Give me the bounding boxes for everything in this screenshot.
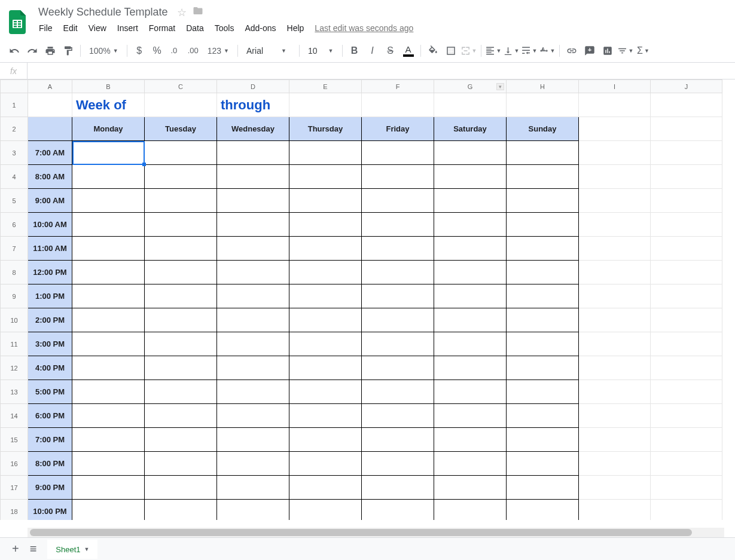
cell-G3[interactable] <box>434 141 507 165</box>
merge-cells-button[interactable]: ▼ <box>460 42 477 59</box>
cell-G18[interactable] <box>434 500 507 521</box>
cell-B13[interactable] <box>72 380 145 404</box>
cell-I2[interactable] <box>579 117 651 141</box>
cell-G10[interactable] <box>434 308 507 332</box>
cell-A16[interactable]: 8:00 PM <box>28 452 72 476</box>
format-percent-button[interactable]: % <box>149 42 166 59</box>
cell-E8[interactable] <box>289 261 362 284</box>
cell-J3[interactable] <box>651 141 722 165</box>
cell-H9[interactable] <box>507 284 579 308</box>
cell-H12[interactable] <box>507 356 579 380</box>
move-folder-icon[interactable] <box>193 5 203 19</box>
cell-B8[interactable] <box>72 261 145 284</box>
cell-C10[interactable] <box>145 308 217 332</box>
cell-I6[interactable] <box>579 213 651 237</box>
col-header-G[interactable]: G <box>434 80 507 93</box>
cell-A3[interactable]: 7:00 AM <box>28 141 72 165</box>
cell-C8[interactable] <box>145 261 217 284</box>
borders-button[interactable] <box>443 42 459 59</box>
cell-E9[interactable] <box>289 284 362 308</box>
cell-F7[interactable] <box>362 237 434 261</box>
paint-format-button[interactable] <box>60 42 77 59</box>
cell-C18[interactable] <box>145 500 217 521</box>
row-header-16[interactable]: 16 <box>1 452 28 476</box>
cell-B7[interactable] <box>72 237 145 261</box>
cell-B6[interactable] <box>72 213 145 237</box>
cell-C16[interactable] <box>145 452 217 476</box>
redo-button[interactable] <box>24 42 41 59</box>
cell-I1[interactable] <box>579 93 651 117</box>
row-header-1[interactable]: 1 <box>1 93 28 117</box>
cell-F18[interactable] <box>362 500 434 521</box>
cell-H2[interactable]: Sunday <box>507 117 579 141</box>
cell-E2[interactable]: Thursday <box>289 117 362 141</box>
cell-D1[interactable]: through <box>217 93 289 117</box>
cell-F17[interactable] <box>362 476 434 500</box>
row-header-3[interactable]: 3 <box>1 141 28 165</box>
cell-F16[interactable] <box>362 452 434 476</box>
cell-I14[interactable] <box>579 404 651 428</box>
cell-F11[interactable] <box>362 332 434 356</box>
cell-G15[interactable] <box>434 428 507 452</box>
cell-G11[interactable] <box>434 332 507 356</box>
cell-A10[interactable]: 2:00 PM <box>28 308 72 332</box>
row-header-12[interactable]: 12 <box>1 356 28 380</box>
undo-button[interactable] <box>6 42 23 59</box>
font-size-dropdown[interactable]: 10▼ <box>303 44 338 58</box>
cell-B17[interactable] <box>72 476 145 500</box>
bold-button[interactable]: B <box>346 42 363 59</box>
document-title[interactable]: Weekly Schedule Template <box>35 5 171 20</box>
cell-H11[interactable] <box>507 332 579 356</box>
col-header-D[interactable]: D <box>217 80 289 93</box>
star-icon[interactable]: ☆ <box>177 6 187 19</box>
cell-I7[interactable] <box>579 237 651 261</box>
cell-A7[interactable]: 11:00 AM <box>28 237 72 261</box>
cell-B3[interactable] <box>72 141 145 165</box>
last-edit-link[interactable]: Last edit was seconds ago <box>310 21 417 35</box>
cell-E15[interactable] <box>289 428 362 452</box>
cell-J16[interactable] <box>651 452 722 476</box>
more-formats-dropdown[interactable]: 123▼ <box>203 44 234 58</box>
col-header-H[interactable]: H <box>507 80 579 93</box>
row-header-8[interactable]: 8 <box>1 261 28 284</box>
cell-B2[interactable]: Monday <box>72 117 145 141</box>
cell-C1[interactable] <box>145 93 217 117</box>
cell-H5[interactable] <box>507 189 579 213</box>
cell-A2[interactable] <box>28 117 72 141</box>
cell-J10[interactable] <box>651 308 722 332</box>
sheets-logo-icon[interactable] <box>6 10 30 34</box>
cell-E1[interactable] <box>289 93 362 117</box>
cell-H15[interactable] <box>507 428 579 452</box>
cell-H3[interactable] <box>507 141 579 165</box>
cell-G6[interactable] <box>434 213 507 237</box>
cell-G2[interactable]: Saturday <box>434 117 507 141</box>
cell-D13[interactable] <box>217 380 289 404</box>
cell-E16[interactable] <box>289 452 362 476</box>
cell-E5[interactable] <box>289 189 362 213</box>
cell-G17[interactable] <box>434 476 507 500</box>
cell-F3[interactable] <box>362 141 434 165</box>
cell-E14[interactable] <box>289 404 362 428</box>
cell-H1[interactable] <box>507 93 579 117</box>
text-color-button[interactable]: A <box>400 42 417 59</box>
cell-J1[interactable] <box>651 93 722 117</box>
cell-E4[interactable] <box>289 165 362 189</box>
cell-B18[interactable] <box>72 500 145 521</box>
cell-E7[interactable] <box>289 237 362 261</box>
cell-G4[interactable] <box>434 165 507 189</box>
increase-decimal-button[interactable]: .00 <box>185 42 202 59</box>
col-header-I[interactable]: I <box>579 80 651 93</box>
cell-I10[interactable] <box>579 308 651 332</box>
cell-I8[interactable] <box>579 261 651 284</box>
row-header-6[interactable]: 6 <box>1 213 28 237</box>
row-header-15[interactable]: 15 <box>1 428 28 452</box>
cell-D11[interactable] <box>217 332 289 356</box>
menu-edit[interactable]: Edit <box>59 21 82 35</box>
cell-G14[interactable] <box>434 404 507 428</box>
cell-J18[interactable] <box>651 500 722 521</box>
cell-F5[interactable] <box>362 189 434 213</box>
cell-A9[interactable]: 1:00 PM <box>28 284 72 308</box>
cell-E13[interactable] <box>289 380 362 404</box>
cell-D17[interactable] <box>217 476 289 500</box>
cell-J12[interactable] <box>651 356 722 380</box>
